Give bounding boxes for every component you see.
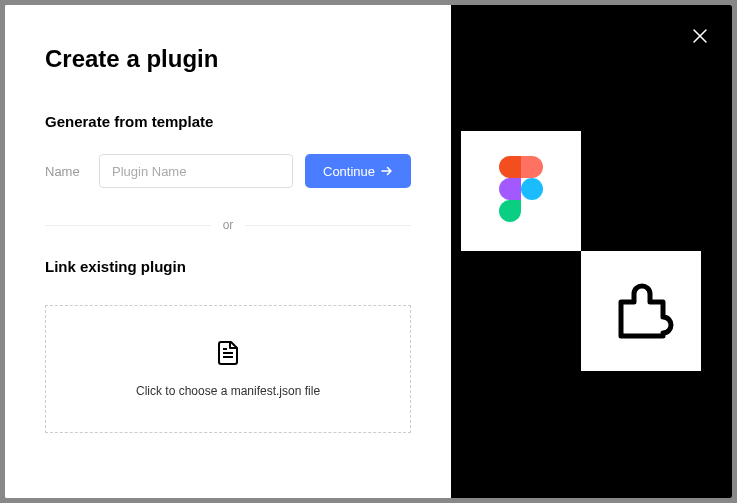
link-heading: Link existing plugin [45,258,411,275]
svg-point-3 [521,178,543,200]
file-icon [217,340,239,370]
dropzone-text: Click to choose a manifest.json file [136,384,320,398]
right-panel [451,5,732,498]
left-panel: Create a plugin Generate from template N… [5,5,451,498]
continue-label: Continue [323,164,375,179]
arrow-right-icon [381,164,393,179]
generate-heading: Generate from template [45,113,411,130]
figma-logo-icon [499,156,543,226]
name-label: Name [45,164,87,179]
divider-text: or [211,218,246,232]
divider-line-right [245,225,411,226]
close-icon [693,29,707,46]
puzzle-icon [606,274,676,348]
manifest-dropzone[interactable]: Click to choose a manifest.json file [45,305,411,433]
plugin-name-input[interactable] [99,154,293,188]
close-button[interactable] [688,25,712,49]
continue-button[interactable]: Continue [305,154,411,188]
create-plugin-modal: Create a plugin Generate from template N… [5,5,732,498]
divider: or [45,218,411,232]
figma-logo-tile [461,131,581,251]
divider-line-left [45,225,211,226]
modal-title: Create a plugin [45,45,411,73]
name-form-row: Name Continue [45,154,411,188]
puzzle-tile [581,251,701,371]
